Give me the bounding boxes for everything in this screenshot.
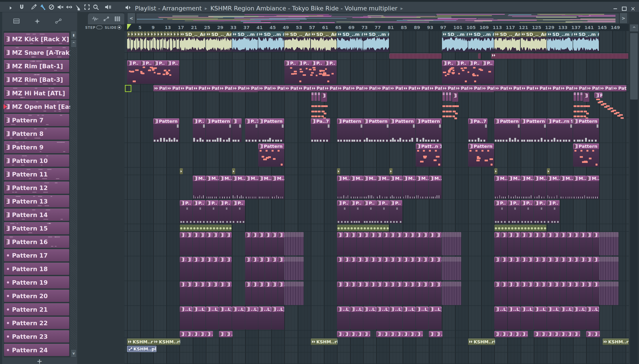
audio-pattern-clip[interactable]: Pattern 9 <box>271 85 285 91</box>
audio-clip[interactable]: KSHM..rty <box>603 338 629 345</box>
pattern-clip[interactable]: ..L] <box>180 306 193 330</box>
selected-empty-clip[interactable] <box>125 85 131 92</box>
pattern-clip[interactable]: ..L] <box>508 306 520 330</box>
pattern-clip[interactable]: ..L] <box>232 306 245 330</box>
pattern-clip[interactable]: M.. <box>429 176 442 199</box>
pattern-clip[interactable]: ..] <box>422 282 428 305</box>
audio-pattern-clip[interactable]: Pattern 9 <box>219 85 233 91</box>
pattern-clip[interactable]: M.. <box>206 176 219 199</box>
mini-pattern-clip[interactable] <box>577 92 579 101</box>
pattern-clip[interactable]: ..k] <box>514 232 520 256</box>
pattern-clip[interactable]: ..] <box>593 257 599 280</box>
pattern-clip[interactable]: ..] <box>350 282 356 305</box>
audio-pattern-clip[interactable]: Pattern 9 <box>403 85 417 91</box>
picker-item-mz-open-hat-easy-[interactable]: MZ Open Hat [Easy] <box>4 100 69 112</box>
pattern-clip[interactable]: ..] <box>560 331 567 337</box>
pattern-clip[interactable]: ..] <box>501 331 508 337</box>
pattern-clip[interactable]: ..L] <box>258 306 271 330</box>
pattern-clip[interactable]: ..] <box>580 257 586 280</box>
pattern-clip[interactable]: M.. <box>560 176 573 199</box>
pattern-clip[interactable]: ..L] <box>271 306 284 330</box>
chopped-clip-region[interactable] <box>284 282 304 305</box>
pattern-clip[interactable]: ..k] <box>186 232 192 256</box>
pattern-clip[interactable]: ..] <box>265 257 271 280</box>
pattern-clip[interactable]: P.. <box>363 200 376 223</box>
audio-pattern-clip[interactable]: Pattern 9 <box>455 85 469 91</box>
pattern-clip[interactable]: ..] <box>396 257 402 280</box>
picker-item-pattern-12[interactable]: Pattern 12 <box>4 182 69 194</box>
audio-clip[interactable]: SD_.._Am <box>206 32 232 52</box>
picker-item-pattern-8[interactable]: Pattern 8 <box>4 128 69 140</box>
pattern-clip[interactable]: M.. <box>271 176 284 199</box>
pattern-clip[interactable]: ..k] <box>252 232 258 256</box>
picker-item-pattern-16[interactable]: Pattern 16 <box>4 236 69 248</box>
audio-pattern-clip[interactable]: Pattern 9 <box>193 85 207 91</box>
pattern-clip[interactable]: ..] <box>514 257 520 280</box>
audio-pattern-clip[interactable]: Pattern 9 <box>547 85 561 91</box>
pattern-clip[interactable]: ..] <box>350 331 357 337</box>
pattern-clip[interactable]: ..L] <box>193 306 206 330</box>
pattern-clip[interactable]: M.. <box>508 176 520 199</box>
audio-clip[interactable]: SD_..m #2 <box>258 32 284 52</box>
pattern-clip[interactable]: P.. <box>376 200 389 223</box>
tool-main-menu[interactable] <box>6 4 15 12</box>
playlist-grid[interactable]: SD_.._AmSD_.._AmSD_..m #2SD_..m #2SD_.._… <box>124 31 629 364</box>
pattern-clip[interactable]: ..] <box>586 257 592 280</box>
picker-scroll-handle-button[interactable]: ▮ <box>71 31 77 39</box>
pattern-clip[interactable]: ..] <box>435 331 442 337</box>
audio-pattern-clip[interactable]: Pattern 9 <box>389 85 403 91</box>
pattern-clip[interactable]: ..] <box>376 331 383 337</box>
pattern-clip[interactable]: ..] <box>271 282 277 305</box>
pattern-clip[interactable]: ..] <box>403 331 410 337</box>
timeline-ruler[interactable]: 5913172125293337414549535761656973778185… <box>124 24 629 32</box>
audio-pattern-clip[interactable]: Pattern 9 <box>350 85 364 91</box>
pattern-clip-group[interactable]: P..P..P..P.. <box>284 60 337 84</box>
pattern-clip[interactable]: M.. <box>534 176 547 199</box>
pattern-clip[interactable]: P.. <box>534 200 547 223</box>
pattern-clip[interactable]: ..] <box>271 257 277 280</box>
pattern-clip[interactable]: ..L] <box>403 306 416 330</box>
pattern-clip[interactable]: ..] <box>540 331 547 337</box>
pattern-clip[interactable]: ..] <box>416 282 422 305</box>
audio-pattern-clip[interactable]: Pattern 9 <box>416 85 430 91</box>
pattern-clip[interactable]: ..] <box>435 257 442 280</box>
pattern-clip[interactable]: ..L] <box>219 306 232 330</box>
pattern-clip[interactable]: P.. <box>350 200 363 223</box>
mini-pattern-clip[interactable] <box>321 92 327 102</box>
mini-pattern-clip[interactable] <box>446 92 448 101</box>
pattern-clip[interactable]: ..] <box>278 282 284 305</box>
pattern-clip[interactable]: M.. <box>389 176 402 199</box>
audio-pattern-clip[interactable]: Pattern 9 <box>311 85 325 91</box>
pattern-clip[interactable]: ..] <box>389 282 396 305</box>
pattern-clip[interactable]: M.. <box>258 176 271 199</box>
vertical-scrollbar-thumb[interactable] <box>630 33 638 100</box>
pattern-clip[interactable]: ..] <box>219 331 226 337</box>
pattern-clip[interactable]: ..] <box>540 282 546 305</box>
picker-item-mz-rim-bat-3-[interactable]: MZ Rim [Bat-3] <box>4 74 69 86</box>
pattern-clip[interactable]: ..k] <box>383 232 389 256</box>
pattern-clip[interactable]: ..k] <box>403 232 409 256</box>
pattern-clip[interactable]: ..] <box>206 331 213 337</box>
tool-pencil[interactable] <box>29 3 38 12</box>
pattern-clip[interactable]: ..] <box>212 257 219 280</box>
pattern-clip[interactable]: ..] <box>396 331 403 337</box>
pattern-clip[interactable]: ..] <box>567 331 574 337</box>
pattern-clip[interactable]: ..L] <box>429 306 442 330</box>
pattern-clip[interactable]: ..] <box>383 282 389 305</box>
pattern-clip[interactable]: ..k] <box>416 232 422 256</box>
pattern-clip[interactable]: P.. <box>219 200 232 223</box>
automation-clip[interactable]: KSHM..plier <box>127 346 156 352</box>
audio-clip[interactable] <box>127 32 130 52</box>
pattern-clip[interactable]: ..L] <box>337 306 350 330</box>
pattern-clip[interactable]: Pattern 7 <box>153 118 179 142</box>
maximize-button[interactable] <box>620 6 628 12</box>
picker-item-pattern-23[interactable]: Pattern 23 <box>4 330 69 342</box>
pattern-clip[interactable]: ..] <box>494 282 501 305</box>
audio-pattern-clip[interactable]: Pattern 9 <box>298 85 312 91</box>
pattern-clip[interactable]: ..] <box>265 282 271 305</box>
chopped-clip-region[interactable] <box>284 232 304 256</box>
pattern-clip[interactable]: ..] <box>376 257 383 280</box>
pattern-clip[interactable]: ..k] <box>271 232 277 256</box>
pattern-clip[interactable]: ..k] <box>193 232 199 256</box>
pattern-clip[interactable]: ..k] <box>363 232 370 256</box>
